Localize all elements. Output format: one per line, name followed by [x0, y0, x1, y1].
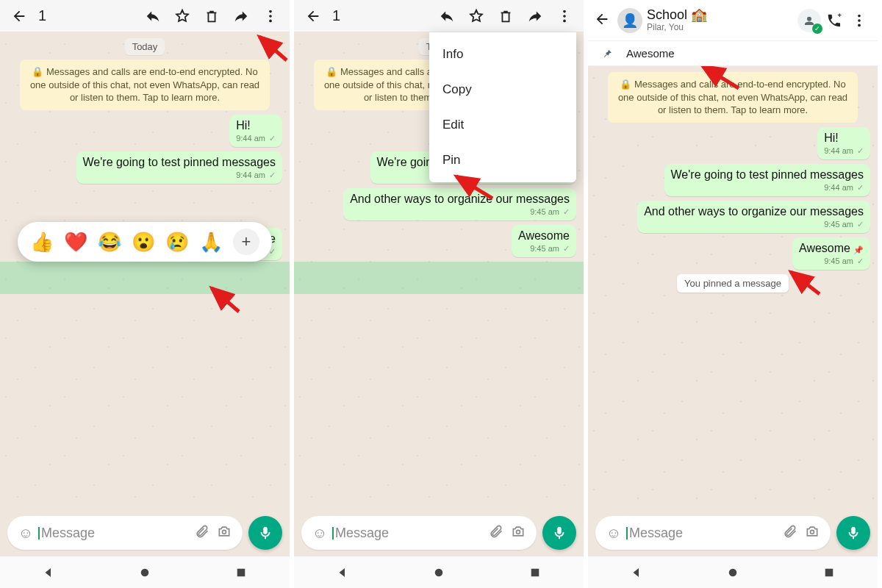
mic-button[interactable]: [542, 516, 576, 550]
camera-icon[interactable]: [213, 524, 235, 542]
message-input-placeholder[interactable]: Message: [37, 526, 191, 541]
pinned-message-text: Awesome: [626, 47, 675, 60]
svg-point-13: [435, 568, 443, 576]
more-icon[interactable]: [551, 3, 578, 29]
reaction-sad[interactable]: 😢: [165, 231, 189, 254]
forward-icon[interactable]: [228, 3, 254, 29]
svg-point-16: [858, 14, 861, 17]
nav-back-icon[interactable]: [42, 566, 55, 579]
camera-icon[interactable]: [507, 524, 529, 542]
message-input[interactable]: ☺ Message: [301, 516, 537, 550]
reaction-pray[interactable]: 🙏: [199, 231, 223, 254]
selection-count: 1: [332, 7, 340, 24]
selection-appbar: 1: [294, 0, 584, 32]
delete-icon[interactable]: [198, 3, 225, 29]
message-bubble[interactable]: We're going to test pinned messages 9:44…: [664, 164, 870, 196]
video-call-icon[interactable]: ✓: [797, 8, 822, 33]
chat-header[interactable]: 👤 School 🏫 Pilar, You ✓ +: [588, 0, 878, 41]
encryption-banner[interactable]: 🔒 Messages and calls are end-to-end encr…: [20, 60, 270, 110]
reaction-thumbs-up[interactable]: 👍: [30, 231, 54, 254]
svg-point-18: [858, 24, 861, 26]
reply-icon[interactable]: [434, 3, 460, 29]
nav-home-icon[interactable]: [432, 566, 445, 579]
message-input[interactable]: ☺ Message: [7, 516, 243, 550]
message-bubble-selected[interactable]: Awesome 9:45 am ✓: [512, 225, 576, 257]
message-bubble[interactable]: And other ways to organize our messages …: [637, 201, 870, 233]
input-bar: ☺ Message: [0, 510, 290, 556]
input-bar: ☺ Message: [294, 510, 584, 556]
svg-point-12: [517, 530, 520, 534]
svg-line-3: [259, 37, 287, 60]
svg-point-8: [563, 10, 566, 12]
star-icon[interactable]: [463, 3, 490, 29]
more-icon[interactable]: [257, 3, 284, 29]
menu-item-pin[interactable]: Pin: [429, 143, 576, 178]
check-icon: ✓: [812, 24, 822, 34]
message-input[interactable]: ☺ Message: [595, 516, 831, 550]
reply-icon[interactable]: [140, 3, 166, 29]
emoji-icon[interactable]: ☺: [603, 525, 625, 542]
svg-rect-23: [825, 568, 833, 576]
group-avatar[interactable]: 👤: [617, 8, 642, 33]
nav-recent-icon[interactable]: [234, 566, 248, 579]
screenshot-1: 1 Today 🔒 Messages and calls are end-to-…: [0, 0, 294, 588]
attach-icon[interactable]: [191, 524, 213, 542]
android-navbar: [588, 556, 878, 588]
chat-title: School 🏫: [647, 8, 797, 23]
svg-point-2: [269, 19, 272, 22]
svg-point-5: [223, 530, 226, 534]
chat-body[interactable]: 🔒 Messages and calls are end-to-end encr…: [588, 66, 878, 510]
camera-icon[interactable]: [801, 524, 823, 542]
emoji-icon[interactable]: ☺: [15, 525, 37, 542]
menu-item-copy[interactable]: Copy: [429, 72, 576, 107]
message-bubble[interactable]: Hi! 9:44 am ✓: [229, 115, 282, 147]
star-icon[interactable]: [169, 3, 196, 29]
delete-icon[interactable]: [492, 3, 519, 29]
selection-highlight: [294, 262, 584, 294]
mic-button[interactable]: [248, 516, 282, 550]
forward-icon[interactable]: [522, 3, 548, 29]
chat-subtitle: Pilar, You: [647, 22, 797, 32]
reaction-laugh[interactable]: 😂: [98, 231, 121, 254]
menu-item-info[interactable]: Info: [429, 37, 576, 72]
annotation-arrow: [452, 172, 496, 201]
call-icon[interactable]: +: [822, 8, 847, 33]
pinned-message-banner[interactable]: Awesome: [588, 41, 878, 66]
nav-recent-icon[interactable]: [822, 566, 836, 579]
svg-line-20: [791, 272, 820, 294]
annotation-arrow: [254, 32, 290, 62]
message-bubble[interactable]: Hi! 9:44 am ✓: [817, 127, 870, 159]
message-bubble[interactable]: We're going to test pinned messages 9:44…: [76, 151, 282, 184]
nav-back-icon[interactable]: [336, 566, 349, 579]
date-chip: Today: [125, 38, 165, 55]
attach-icon[interactable]: [485, 524, 507, 542]
back-icon[interactable]: [594, 11, 616, 30]
back-icon[interactable]: [300, 3, 326, 29]
chat-body[interactable]: Today 🔒 Messages and calls are end-to-en…: [0, 32, 290, 510]
mic-button[interactable]: [836, 516, 870, 550]
nav-home-icon[interactable]: [138, 566, 151, 579]
svg-point-9: [563, 15, 566, 18]
emoji-icon[interactable]: ☺: [309, 525, 331, 542]
attach-icon[interactable]: [779, 524, 801, 542]
input-bar: ☺ Message: [588, 510, 878, 556]
selection-highlight: [0, 262, 290, 294]
nav-home-icon[interactable]: [726, 566, 739, 579]
reaction-picker[interactable]: 👍 ❤️ 😂 😮 😢 🙏 +: [18, 222, 272, 262]
nav-recent-icon[interactable]: [528, 566, 542, 579]
nav-back-icon[interactable]: [630, 566, 643, 579]
android-navbar: [294, 556, 584, 588]
reaction-heart[interactable]: ❤️: [64, 231, 87, 254]
back-icon[interactable]: [6, 3, 32, 29]
selection-count: 1: [38, 7, 46, 24]
message-bubble-pinned[interactable]: Awesome📌 9:45 am ✓: [792, 237, 870, 270]
message-input-placeholder[interactable]: Message: [331, 526, 485, 541]
message-input-placeholder[interactable]: Message: [625, 526, 779, 541]
more-icon[interactable]: [847, 8, 872, 33]
system-message: You pinned a message: [677, 274, 789, 293]
svg-rect-7: [237, 568, 245, 576]
svg-line-4: [212, 288, 239, 312]
reaction-surprised[interactable]: 😮: [132, 231, 155, 254]
reaction-more-button[interactable]: +: [233, 229, 259, 255]
menu-item-edit[interactable]: Edit: [429, 107, 576, 143]
